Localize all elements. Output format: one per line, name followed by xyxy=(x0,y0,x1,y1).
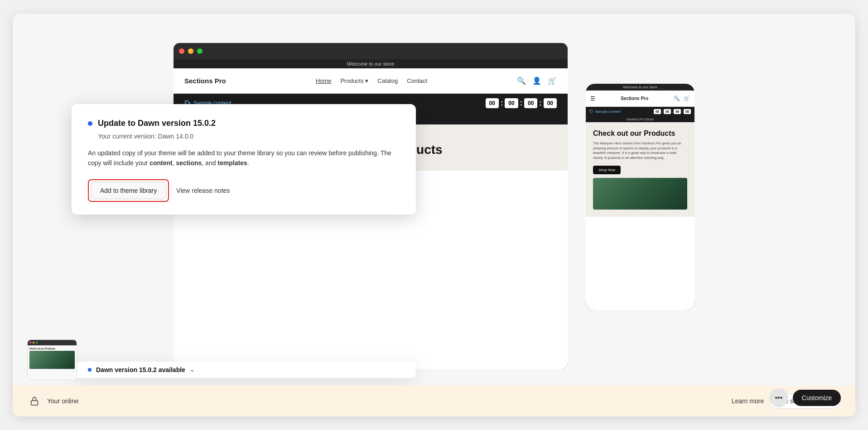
browser-close-dot xyxy=(179,48,184,54)
svg-rect-0 xyxy=(31,401,38,405)
browser-maximize-dot xyxy=(197,48,203,54)
modal-body-sep1: , xyxy=(173,159,176,167)
store-nav-links: Home Products ▾ Catalog Contact xyxy=(316,77,427,84)
modal-title: Update to Dawn version 15.0.2 xyxy=(98,119,216,128)
nav-products[interactable]: Products ▾ xyxy=(340,77,368,84)
modal-body-sep2: , and xyxy=(202,159,217,167)
nav-home[interactable]: Home xyxy=(316,77,332,84)
timer-ms: 00 xyxy=(544,98,557,108)
thumb-content: Check out our Products xyxy=(28,345,77,380)
mobile-nav-icons: 🔍 🛒 xyxy=(674,96,690,101)
store-topbar: Welcome to our store xyxy=(174,59,568,68)
modal-title-row: Update to Dawn version 15.0.2 xyxy=(88,119,400,128)
learn-more-link[interactable]: Learn more xyxy=(732,397,764,405)
bottom-bar-text: Your online xyxy=(47,397,79,405)
timer-minutes: 00 xyxy=(505,98,518,108)
dawn-available-row: Dawn version 15.0.2 available ⌄ xyxy=(72,362,416,378)
modal-body-bold1: content xyxy=(149,159,173,167)
mobile-tag-icon xyxy=(589,110,593,114)
modal-body: An updated copy of your theme will be ad… xyxy=(88,148,400,168)
mobile-browser: Welcome to our store ☰ Sections Pro 🔍 🛒 xyxy=(586,84,694,310)
mobile-hero-title: Check out our Products xyxy=(593,129,687,138)
user-icon[interactable]: 👤 xyxy=(532,76,541,85)
mobile-content: Welcome to our store ☰ Sections Pro 🔍 🛒 xyxy=(586,84,694,310)
mobile-topbar: Welcome to our store xyxy=(586,84,694,91)
mobile-colon-3: : xyxy=(682,110,683,114)
browser-minimize-dot xyxy=(188,48,193,54)
nav-catalog[interactable]: Catalog xyxy=(377,77,398,84)
modal-body-bold2: sections xyxy=(176,159,202,167)
thumb-image xyxy=(29,351,75,369)
bottom-bar: Your online Learn more See store passwor… xyxy=(13,386,855,416)
mobile-countdown: Sample content 00 : 00 : 00 : 00 xyxy=(586,107,694,116)
mobile-cart-icon[interactable]: 🛒 xyxy=(684,96,690,101)
theme-thumbnail[interactable]: Check out our Products xyxy=(27,339,77,380)
modal-blue-dot xyxy=(88,121,92,126)
mobile-shop-button[interactable]: Shop Now xyxy=(593,166,621,174)
thumb-dot-yellow xyxy=(33,342,34,344)
chevron-down-icon[interactable]: ⌄ xyxy=(190,367,194,373)
mobile-colon-2: : xyxy=(672,110,673,114)
modal-actions: Add to theme library View release notes xyxy=(88,179,400,202)
dawn-available-dot xyxy=(88,368,92,372)
thumb-hero-text: Check out our Products xyxy=(29,347,75,350)
modal-body-suffix: . xyxy=(247,159,249,167)
mobile-timer-2: 00 xyxy=(664,109,671,114)
view-release-notes-button[interactable]: View release notes xyxy=(176,187,230,194)
thumb-inner: Check out our Products xyxy=(28,340,77,380)
modal-body-bold3: templates xyxy=(217,159,247,167)
cart-icon[interactable]: 🛒 xyxy=(548,76,557,85)
lock-icon xyxy=(27,394,42,408)
update-modal: Update to Dawn version 15.0.2 Your curre… xyxy=(72,104,416,215)
mobile-sample-badge: Sample content xyxy=(589,110,621,114)
mobile-timers: 00 : 00 : 00 : 00 xyxy=(654,109,691,114)
lock-svg xyxy=(29,396,39,406)
mobile-timer-3: 00 xyxy=(674,109,681,114)
mobile-sample-label: Sample content xyxy=(595,110,621,114)
timer-colon-3: : xyxy=(539,99,541,107)
hamburger-icon[interactable]: ☰ xyxy=(590,96,595,102)
main-container: Welcome to our store Sections Pro Home P… xyxy=(13,14,855,416)
mobile-topbar-text: Welcome to our store xyxy=(623,85,657,89)
action-buttons: ••• Customize xyxy=(769,388,841,407)
thumb-dot-green xyxy=(36,342,38,344)
browser-titlebar xyxy=(174,43,568,59)
mobile-demo-text: Sections Pro Demo xyxy=(627,118,654,121)
add-to-theme-library-button[interactable]: Add to theme library xyxy=(91,182,166,199)
mobile-hero: Check out our Products The Marquee Hero … xyxy=(586,122,694,217)
store-nav-icons: 🔍 👤 🛒 xyxy=(517,76,557,85)
thumb-nav-bar xyxy=(28,340,77,345)
timer-seconds: 00 xyxy=(524,98,537,108)
mobile-demo-bar: Sections Pro Demo xyxy=(586,116,694,122)
mobile-nav: ☰ Sections Pro 🔍 🛒 xyxy=(586,91,694,107)
mobile-timer-4: 00 xyxy=(684,109,691,114)
search-icon[interactable]: 🔍 xyxy=(517,76,526,85)
mobile-timer-1: 00 xyxy=(654,109,661,114)
store-brand: Sections Pro xyxy=(184,77,226,85)
modal-subtitle: Your current version: Dawn 14.0.0 xyxy=(98,133,400,140)
nav-contact[interactable]: Contact xyxy=(407,77,427,84)
dawn-available-text: Dawn version 15.0.2 available xyxy=(96,366,185,373)
add-theme-btn-wrapper: Add to theme library xyxy=(88,179,169,202)
mobile-brand: Sections Pro xyxy=(621,96,648,101)
timer-colon-2: : xyxy=(520,99,522,107)
store-nav: Sections Pro Home Products ▾ Catalog Con… xyxy=(174,68,568,94)
timer-hours: 00 xyxy=(486,98,499,108)
preview-area: Welcome to our store Sections Pro Home P… xyxy=(13,14,855,416)
mobile-search-icon[interactable]: 🔍 xyxy=(674,96,680,101)
mobile-hero-image xyxy=(593,178,687,210)
mobile-hero-body: The Marquee Hero section from Sections P… xyxy=(593,141,687,160)
more-button[interactable]: ••• xyxy=(769,388,788,407)
store-topbar-text: Welcome to our store xyxy=(347,61,394,67)
timer-colon-1: : xyxy=(501,99,503,107)
thumb-dot-red xyxy=(29,342,31,344)
bottom-bar-left: Your online xyxy=(27,394,79,408)
countdown-timers: 00 : 00 : 00 : 00 xyxy=(486,98,557,108)
mobile-colon-1: : xyxy=(662,110,663,114)
customize-button[interactable]: Customize xyxy=(793,390,841,406)
